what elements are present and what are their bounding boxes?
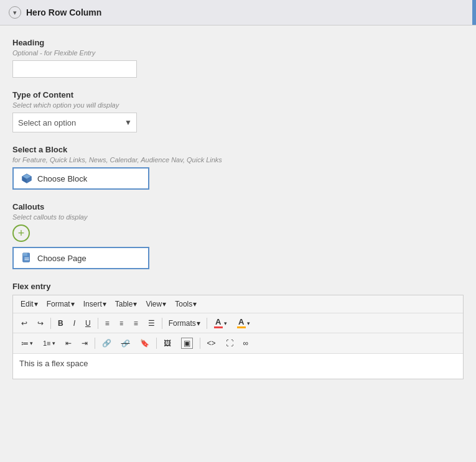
type-of-content-select[interactable]: Select an option Feature Quick Links New… bbox=[12, 113, 137, 132]
flex-entry-label: Flex entry bbox=[12, 282, 464, 291]
insert-toolbar-row: ≔ ▾ 1≡ ▾ ⇤ ⇥ 🔗 bbox=[13, 333, 463, 354]
indent-increase-button[interactable]: ⇥ bbox=[77, 337, 92, 349]
add-icon: + bbox=[18, 228, 25, 239]
choose-block-button[interactable]: Choose Block bbox=[12, 167, 149, 190]
select-wrapper: Select an option Feature Quick Links New… bbox=[12, 113, 137, 132]
justify-icon: ☰ bbox=[148, 319, 155, 328]
choose-block-label: Choose Block bbox=[37, 174, 87, 183]
bookmark-icon: 🔖 bbox=[140, 339, 149, 348]
select-block-hint: for Feature, Quick Links, News, Calendar… bbox=[12, 156, 464, 164]
bookmark-button[interactable]: 🔖 bbox=[136, 337, 154, 349]
image-button[interactable]: 🖼 bbox=[159, 337, 175, 349]
type-of-content-section: Type of Content Select which option you … bbox=[12, 90, 464, 132]
media-icon: ▣ bbox=[181, 338, 193, 349]
callouts-section: Callouts Select callouts to display + Ch… bbox=[12, 202, 464, 269]
numbered-arrow: ▾ bbox=[52, 340, 55, 346]
formats-arrow-icon: ▾ bbox=[197, 319, 200, 328]
type-of-content-label: Type of Content bbox=[12, 90, 464, 99]
svg-rect-5 bbox=[23, 253, 27, 256]
font-color-arrow: ▾ bbox=[224, 320, 227, 326]
underline-button[interactable]: U bbox=[81, 317, 95, 330]
bold-icon: B bbox=[58, 319, 63, 328]
media-button[interactable]: ▣ bbox=[177, 336, 197, 351]
underline-icon: U bbox=[85, 319, 91, 328]
table-menu[interactable]: Table ▾ bbox=[111, 298, 141, 310]
type-of-content-hint: Select which option you will display bbox=[12, 101, 464, 109]
font-color-icon: A bbox=[214, 318, 223, 328]
panel-header: ▾ Hero Row Column bbox=[0, 0, 476, 25]
italic-icon: I bbox=[73, 319, 75, 328]
separator-2 bbox=[98, 318, 98, 329]
code-button[interactable]: <> bbox=[203, 337, 220, 349]
bg-color-arrow: ▾ bbox=[247, 320, 250, 326]
code-icon: <> bbox=[207, 339, 216, 348]
editor-container: Edit ▾ Format ▾ Insert ▾ Table ▾ View ▾ … bbox=[12, 295, 464, 379]
unlink-icon: 🔗 bbox=[121, 339, 130, 348]
justify-button[interactable]: ☰ bbox=[144, 317, 159, 330]
numbered-button[interactable]: 1≡ ▾ bbox=[39, 338, 60, 349]
indent-increase-icon: ⇥ bbox=[82, 339, 88, 348]
panel-content: Heading Optional - for Flexible Entry Ty… bbox=[0, 25, 476, 404]
redo-button[interactable]: ↪ bbox=[33, 317, 48, 330]
align-right-icon: ≡ bbox=[134, 319, 138, 328]
select-block-section: Select a Block for Feature, Quick Links,… bbox=[12, 145, 464, 190]
insert-arrow-icon: ▾ bbox=[103, 300, 106, 308]
editor-body[interactable]: This is a flex space bbox=[13, 354, 463, 379]
separator-3 bbox=[162, 318, 162, 329]
unlink-button[interactable]: 🔗 bbox=[117, 337, 134, 349]
table-arrow-icon: ▾ bbox=[133, 300, 137, 308]
chevron-icon[interactable]: ▾ bbox=[9, 6, 21, 19]
edit-menu[interactable]: Edit ▾ bbox=[17, 298, 42, 310]
bullets-icon: ≔ bbox=[21, 339, 29, 348]
tools-menu[interactable]: Tools ▾ bbox=[171, 298, 200, 310]
panel-title: Hero Row Column bbox=[26, 7, 101, 17]
callouts-hint: Select callouts to display bbox=[12, 213, 464, 221]
format-menu[interactable]: Format ▾ bbox=[43, 298, 78, 310]
indent-decrease-icon: ⇤ bbox=[65, 339, 72, 348]
separator-7 bbox=[200, 338, 200, 349]
link-icon: 🔗 bbox=[102, 339, 111, 348]
edit-arrow-icon: ▾ bbox=[34, 300, 38, 308]
bullets-arrow: ▾ bbox=[30, 340, 33, 346]
bullets-button[interactable]: ≔ ▾ bbox=[17, 337, 37, 349]
select-block-label: Select a Block bbox=[12, 145, 464, 154]
tools-arrow-icon: ▾ bbox=[193, 300, 197, 308]
infinite-button[interactable]: ∞ bbox=[239, 337, 253, 349]
view-menu[interactable]: View ▾ bbox=[142, 298, 170, 310]
bg-color-button[interactable]: A ▾ bbox=[233, 316, 254, 330]
separator-1 bbox=[50, 318, 51, 329]
view-arrow-icon: ▾ bbox=[162, 300, 166, 308]
redo-icon: ↪ bbox=[37, 319, 44, 328]
align-left-button[interactable]: ≡ bbox=[101, 317, 114, 330]
insert-menu[interactable]: Insert ▾ bbox=[80, 298, 110, 310]
separator-4 bbox=[207, 318, 207, 329]
numbered-icon: 1≡ bbox=[43, 340, 51, 347]
bg-color-icon: A bbox=[237, 318, 246, 328]
format-arrow-icon: ▾ bbox=[71, 300, 75, 308]
heading-input[interactable] bbox=[12, 60, 137, 78]
add-callout-button[interactable]: + bbox=[12, 224, 30, 242]
italic-button[interactable]: I bbox=[69, 317, 80, 330]
font-color-button[interactable]: A ▾ bbox=[210, 316, 231, 330]
page-doc-icon bbox=[21, 252, 32, 264]
choose-page-label: Choose Page bbox=[37, 254, 86, 263]
separator-5 bbox=[95, 338, 95, 349]
formats-dropdown[interactable]: Formats ▾ bbox=[165, 317, 204, 330]
undo-icon: ↩ bbox=[21, 319, 27, 328]
fullscreen-icon: ⛶ bbox=[226, 339, 233, 348]
format-toolbar-row: ↩ ↪ B I U bbox=[13, 313, 463, 333]
bold-button[interactable]: B bbox=[54, 317, 68, 330]
separator-6 bbox=[156, 338, 157, 349]
undo-button[interactable]: ↩ bbox=[17, 317, 32, 330]
flex-entry-section: Flex entry Edit ▾ Format ▾ Insert ▾ Tabl… bbox=[12, 282, 464, 379]
fullscreen-button[interactable]: ⛶ bbox=[222, 337, 238, 349]
link-button[interactable]: 🔗 bbox=[98, 337, 116, 349]
heading-label: Heading bbox=[12, 38, 464, 47]
menu-toolbar-row: Edit ▾ Format ▾ Insert ▾ Table ▾ View ▾ … bbox=[13, 295, 463, 313]
choose-page-button[interactable]: Choose Page bbox=[12, 247, 149, 269]
infinite-icon: ∞ bbox=[243, 339, 249, 348]
align-center-icon: ≡ bbox=[119, 319, 123, 328]
indent-decrease-button[interactable]: ⇤ bbox=[61, 337, 76, 349]
align-center-button[interactable]: ≡ bbox=[115, 317, 128, 330]
align-right-button[interactable]: ≡ bbox=[129, 317, 142, 330]
